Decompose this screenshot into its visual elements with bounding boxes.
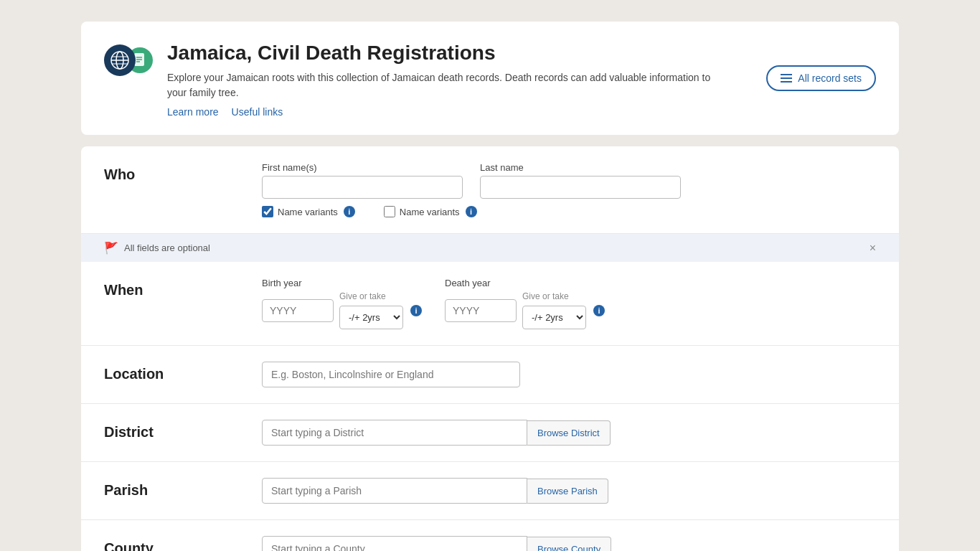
first-name-input[interactable] [262,176,463,199]
county-fields: Browse County [262,536,876,551]
parish-browse-button[interactable]: Browse Parish [527,479,608,504]
parish-label: Parish [104,478,262,499]
close-banner-button[interactable]: × [870,242,876,255]
name-variants-checked-checkbox[interactable] [262,206,273,217]
page-description: Explore your Jamaican roots with this co… [167,70,712,100]
district-browse-row: Browse District [262,420,876,446]
flag-icon: 🚩 [104,241,118,255]
name-variants-row: Name variants i Name variants i [262,206,876,217]
death-give-take-select[interactable]: -/+ 0yrs -/+ 1yr -/+ 2yrs -/+ 5yrs -/+ 1… [522,306,586,329]
search-card: Who First name(s) Last name Name variant… [81,146,899,551]
all-record-sets-label: All record sets [798,72,862,84]
county-browse-button[interactable]: Browse County [527,537,611,552]
last-name-input[interactable] [480,176,681,199]
district-input[interactable] [262,420,527,446]
birth-year-info-icon[interactable]: i [410,305,422,316]
last-name-group: Last name [480,162,681,199]
district-browse-button[interactable]: Browse District [527,420,611,446]
name-variants-checked-item: Name variants i [262,206,355,217]
name-variants-checked-info-icon[interactable]: i [344,206,355,217]
all-record-sets-button[interactable]: All record sets [766,65,876,91]
first-name-group: First name(s) [262,162,463,199]
location-input[interactable] [262,362,520,387]
parish-fields: Browse Parish [262,478,876,504]
parish-section: Parish Browse Parish [81,462,899,520]
info-banner: 🚩 All fields are optional × [81,234,899,262]
when-section: When Birth year Give or take -/+ 0yrs -/… [81,262,899,346]
logo-area [104,44,153,76]
death-year-group: Death year Give or take -/+ 0yrs -/+ 1yr… [445,278,605,329]
name-variants-unchecked-info-icon[interactable]: i [466,206,477,217]
birth-year-input-row: Give or take -/+ 0yrs -/+ 1yr -/+ 2yrs -… [262,291,422,329]
when-fields: Birth year Give or take -/+ 0yrs -/+ 1yr… [262,278,876,329]
birth-give-take-label: Give or take [339,291,403,301]
death-year-label: Death year [445,278,605,288]
main-links: Learn more Useful links [167,106,876,118]
county-browse-row: Browse County [262,536,876,551]
county-input[interactable] [262,536,527,551]
birth-year-group: Birth year Give or take -/+ 0yrs -/+ 1yr… [262,278,422,329]
when-label: When [104,278,262,298]
death-give-take-label: Give or take [522,291,586,301]
name-variants-unchecked-item: Name variants i [384,206,477,217]
location-section: Location [81,346,899,404]
who-section: Who First name(s) Last name Name variant… [81,146,899,234]
year-fields-row: Birth year Give or take -/+ 0yrs -/+ 1yr… [262,278,876,329]
death-year-info-icon[interactable]: i [593,305,605,316]
useful-links-link[interactable]: Useful links [232,106,283,118]
death-year-input[interactable] [445,299,517,322]
who-fields: First name(s) Last name Name variants i … [262,162,876,217]
main-card: Jamaica, Civil Death Registrations Explo… [81,22,899,135]
location-label: Location [104,362,262,382]
list-icon [781,73,792,83]
globe-icon [104,44,136,76]
first-name-label: First name(s) [262,162,463,173]
birth-year-label: Birth year [262,278,422,288]
district-label: District [104,420,262,441]
county-section: County Browse County [81,520,899,551]
name-variants-unchecked-label: Name variants [400,207,460,217]
county-label: County [104,536,262,551]
name-variants-unchecked-checkbox[interactable] [384,206,395,217]
birth-year-input[interactable] [262,299,334,322]
who-label: Who [104,162,262,183]
parish-browse-row: Browse Parish [262,478,876,504]
last-name-label: Last name [480,162,681,173]
info-banner-left: 🚩 All fields are optional [104,241,210,255]
district-section: District Browse District [81,404,899,462]
learn-more-link[interactable]: Learn more [167,106,219,118]
name-variants-checked-label: Name variants [278,207,338,217]
page-title: Jamaica, Civil Death Registrations [167,42,876,65]
birth-give-take-select[interactable]: -/+ 0yrs -/+ 1yr -/+ 2yrs -/+ 5yrs -/+ 1… [339,306,403,329]
name-fields-row: First name(s) Last name [262,162,876,199]
info-banner-message: All fields are optional [124,242,210,253]
death-year-input-row: Give or take -/+ 0yrs -/+ 1yr -/+ 2yrs -… [445,291,605,329]
location-fields [262,362,876,387]
parish-input[interactable] [262,478,527,504]
district-fields: Browse District [262,420,876,446]
